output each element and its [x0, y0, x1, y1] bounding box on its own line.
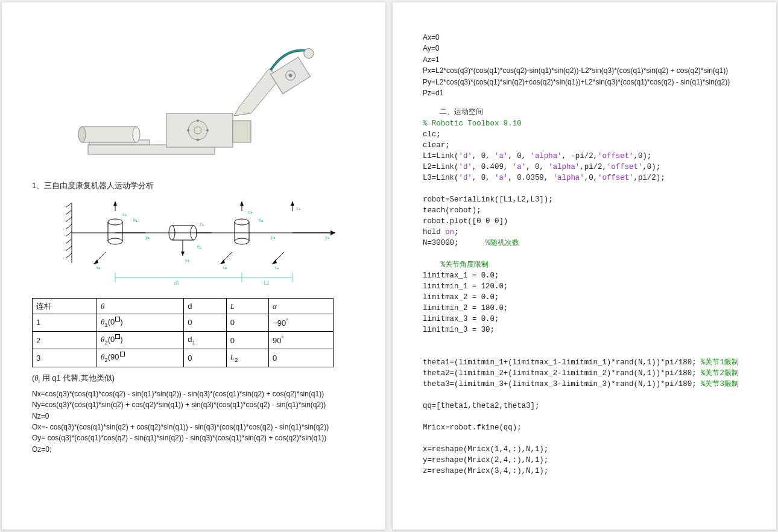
- svg-text:y₄: y₄: [325, 235, 329, 240]
- formula-line: Ox=- cos(q3)*(cos(q1)*sin(q2) + cos(q2)*…: [32, 422, 355, 432]
- svg-marker-34: [113, 201, 117, 206]
- cell-L: 0: [226, 332, 268, 349]
- code-line: [423, 184, 746, 195]
- cell-d: 0: [184, 349, 226, 367]
- svg-text:d1: d1: [174, 280, 179, 286]
- code-line: L3=Link('d', 0, 'a', 0.0359, 'alpha',0,'…: [423, 173, 746, 184]
- kinematic-diagram: z₁ θ₁ y₁ x₁ z₂ θ₂ y₂: [43, 197, 344, 293]
- code-line: limitmin_3 = 30;: [423, 325, 746, 336]
- header-link: 连杆: [33, 298, 97, 314]
- code-line: limitmax_1 = 0.0;: [423, 271, 746, 282]
- svg-point-55: [235, 238, 249, 244]
- svg-line-25: [66, 246, 72, 251]
- code-line: [423, 390, 746, 401]
- svg-rect-2: [82, 127, 136, 142]
- svg-line-23: [66, 232, 72, 236]
- svg-point-52: [235, 219, 249, 225]
- formula-line: Nx=cos(q3)*(cos(q1)*cos(q2) - sin(q1)*si…: [32, 389, 355, 399]
- code-line: %关节角度限制: [423, 260, 746, 271]
- cell-d: d1: [184, 332, 226, 349]
- table-row: 3 θ2(90 0 L2 0: [33, 349, 334, 367]
- code-line: [423, 434, 746, 445]
- robot-figure: [64, 41, 323, 174]
- table-row: 2 θ2(0) d1 0 90°: [33, 332, 334, 349]
- code-line: robot.plot([0 0 0]): [423, 217, 746, 227]
- svg-line-21: [66, 217, 72, 222]
- code-line: [423, 347, 746, 358]
- code-line: teach(robot);: [423, 206, 746, 217]
- svg-point-7: [188, 121, 207, 140]
- svg-line-24: [66, 239, 72, 244]
- svg-text:y₂: y₂: [185, 258, 189, 263]
- svg-point-12: [206, 129, 209, 131]
- svg-text:L2: L2: [264, 280, 269, 286]
- code-line: limitmin_2 = 180.0;: [423, 303, 746, 314]
- cell-L: 0: [226, 314, 268, 332]
- section-1-title: 1、三自由度康复机器人运动学分析: [32, 180, 355, 192]
- code-line: clear;: [423, 141, 746, 151]
- code-line: [423, 249, 746, 260]
- code-line: qq=[theta1,theta2,theta3];: [423, 401, 746, 412]
- svg-line-22: [66, 224, 72, 229]
- svg-point-32: [108, 238, 122, 244]
- svg-point-3: [78, 127, 86, 142]
- code-line: z=reshape(Mricx(3,4,:),N,1);: [423, 466, 746, 477]
- code-line: hold on;: [423, 227, 746, 238]
- table-header-row: 连杆 θ d L α: [33, 298, 334, 314]
- formula-line: Pz=d1: [423, 88, 746, 98]
- code-line: [423, 336, 746, 347]
- svg-text:y₁: y₁: [145, 235, 150, 240]
- code-line: robot=SerialLink([L1,L2,L3]);: [423, 195, 746, 206]
- svg-point-9: [197, 119, 199, 122]
- formula-line: Px=L2*cos(q3)*(cos(q1)*cos(q2)-sin(q1)*s…: [423, 66, 746, 76]
- svg-marker-47: [181, 252, 185, 256]
- code-line: N=30000; %随机次数: [423, 238, 746, 249]
- formula-line: Ax=0: [423, 33, 746, 43]
- svg-marker-57: [240, 201, 244, 206]
- code-line: x=reshape(Mricx(1,4,:),N,1);: [423, 445, 746, 455]
- cell-alpha: 0: [269, 349, 334, 367]
- cell-alpha: 90°: [269, 332, 334, 349]
- svg-marker-28: [330, 230, 335, 235]
- header-d: d: [184, 298, 226, 314]
- formula-line: Oz=0;: [32, 445, 355, 455]
- code-line: % Robotic Toolbox 9.10: [423, 119, 746, 130]
- svg-line-19: [66, 203, 72, 207]
- formula-line: Oy= cos(q3)*(cos(q1)*cos(q2) - sin(q1)*s…: [32, 433, 355, 443]
- svg-line-26: [66, 253, 72, 258]
- matlab-code-block: % Robotic Toolbox 9.10clc;clear;L1=Link(…: [423, 119, 746, 477]
- svg-point-17: [302, 47, 315, 60]
- header-alpha: α: [269, 298, 334, 314]
- svg-point-10: [197, 139, 199, 141]
- code-line: y=reshape(Mricx(2,4,:),N,1);: [423, 455, 746, 466]
- cell-link: 2: [33, 332, 97, 349]
- svg-text:x₃: x₃: [223, 265, 227, 270]
- svg-point-29: [108, 219, 122, 225]
- svg-text:x₁: x₁: [96, 265, 100, 270]
- position-formulas: Ax=0 Ay=0 Az=1 Px=L2*cos(q3)*(cos(q1)*co…: [423, 33, 746, 98]
- svg-point-4: [133, 127, 140, 142]
- code-line: theta2=(limitmin_2+(limitmax_2-limitmin_…: [423, 369, 746, 379]
- header-theta: θ: [96, 298, 183, 314]
- formula-line: Nz=0: [32, 411, 355, 422]
- cell-alpha: −90°: [269, 314, 334, 332]
- code-line: Mricx=robot.fkine(qq);: [423, 423, 746, 434]
- cell-d: 0: [184, 314, 226, 332]
- svg-point-11: [187, 129, 189, 131]
- code-line: limitmax_2 = 0.0;: [423, 293, 746, 303]
- code-line: L1=Link('d', 0, 'a', 0, 'alpha', -pi/2,'…: [423, 151, 746, 162]
- svg-text:z₄: z₄: [296, 206, 300, 211]
- svg-rect-6: [233, 121, 251, 142]
- formula-line: Ny=cos(q3)*(cos(q1)*sin(q2) + cos(q2)*si…: [32, 400, 355, 410]
- formula-line: Ay=0: [423, 43, 746, 54]
- table-row: 1 θ1(0) 0 0 −90°: [33, 314, 334, 332]
- svg-text:z₂: z₂: [200, 221, 204, 227]
- svg-marker-65: [291, 201, 294, 206]
- code-line: theta3=(limitmin_3+(limitmax_3-limitmin_…: [423, 379, 746, 390]
- section-2-title: 二、运动空间: [440, 107, 746, 118]
- svg-text:θ₁: θ₁: [133, 218, 138, 223]
- document-page-left: 1、三自由度康复机器人运动学分析: [2, 2, 385, 530]
- cell-link: 1: [33, 314, 97, 332]
- svg-text:z₁: z₁: [122, 212, 127, 217]
- formula-line: Py=L2*cos(q3)*(cos(q1)*sin(q2)+cos(q2)*s…: [423, 77, 746, 87]
